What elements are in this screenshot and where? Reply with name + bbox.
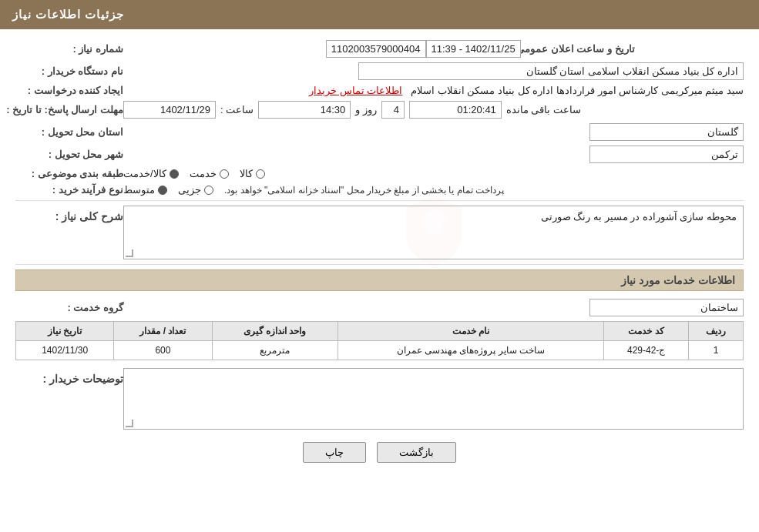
requester-row: ایجاد کننده درخواست : سید میثم میرکریمی … bbox=[15, 85, 744, 96]
page-title: جزئیات اطلاعات نیاز bbox=[12, 8, 124, 21]
resize-handle-buyer[interactable] bbox=[126, 420, 133, 427]
category-kala-label: کالا bbox=[240, 168, 253, 179]
page-wrapper: جزئیات اطلاعات نیاز شماره نیاز : 1102003… bbox=[0, 0, 759, 532]
general-description-box: ATA TENDER محوطه سازی آشوراده در مسیر به… bbox=[123, 206, 744, 259]
purchase-type-partial-radio[interactable] bbox=[204, 186, 213, 195]
province-row: استان محل تحویل : گلستان bbox=[15, 123, 744, 141]
category-option-kala[interactable]: کالا bbox=[240, 168, 265, 179]
response-deadline-row: مهلت ارسال پاسخ: تا تاریخ : 1402/11/29 س… bbox=[15, 101, 744, 119]
general-description-label: شرح کلی نیاز : bbox=[15, 206, 123, 223]
purchase-type-value-area: متوسط جزیی پرداخت تمام یا بخشی از مبلغ خ… bbox=[123, 184, 744, 196]
category-row: طبقه بندی موضوعی : کالا/خدمت خدمت کالا bbox=[15, 168, 744, 179]
general-description-value-area: ATA TENDER محوطه سازی آشوراده در مسیر به… bbox=[123, 206, 744, 259]
contact-link[interactable]: اطلاعات تماس خریدار bbox=[309, 85, 402, 96]
requester-label: ایجاد کننده درخواست : bbox=[15, 85, 123, 96]
response-time-label: ساعت : bbox=[220, 104, 254, 115]
services-table-header: ردیف کد خدمت نام خدمت واحد اندازه گیری ت… bbox=[16, 322, 744, 341]
buyer-description-box bbox=[123, 368, 744, 430]
category-khedmat-radio[interactable] bbox=[220, 169, 229, 179]
col-header-name: نام خدمت bbox=[338, 322, 604, 341]
city-value: ترکمن bbox=[589, 146, 744, 163]
category-label: طبقه بندی موضوعی : bbox=[15, 168, 123, 179]
category-kala-khedmat-radio[interactable] bbox=[170, 169, 179, 179]
table-row: 1ج-42-429ساخت سایر پروژه‌های مهندسی عمرا… bbox=[16, 341, 744, 360]
announcement-date-container: 1402/11/25 - 11:39 تاریخ و ساعت اعلان عم… bbox=[426, 40, 729, 58]
col-header-code: کد خدمت bbox=[604, 322, 689, 341]
response-days-label: روز و bbox=[355, 104, 377, 115]
col-header-unit: واحد اندازه گیری bbox=[212, 322, 338, 341]
divider-2 bbox=[15, 264, 744, 265]
watermark: ATA TENDER bbox=[399, 193, 468, 273]
buttons-row: بازگشت چاپ bbox=[15, 442, 744, 463]
print-button[interactable]: چاپ bbox=[303, 442, 366, 463]
requester-value-area: سید میثم میرکریمی کارشناس امور قراردادها… bbox=[123, 85, 744, 96]
response-deadline-label: مهلت ارسال پاسخ: تا تاریخ : bbox=[15, 104, 123, 115]
general-description-value: محوطه سازی آشوراده در مسیر به رنگ صورتی bbox=[541, 211, 737, 223]
response-deadline-value-area: 1402/11/29 ساعت : 14:30 روز و 4 01:20:41… bbox=[123, 101, 744, 119]
province-value-area: گلستان bbox=[123, 123, 744, 141]
service-group-value: ساختمان bbox=[589, 299, 744, 316]
col-header-date: تاریخ نیاز bbox=[16, 322, 114, 341]
buyer-org-value-area: اداره کل بنیاد مسکن انقلاب اسلامی استان … bbox=[123, 62, 744, 80]
buyer-description-row: توضیحات خریدار : bbox=[15, 368, 744, 430]
table-cell-4: 600 bbox=[114, 341, 212, 360]
category-option-kala-khedmat[interactable]: کالا/خدمت bbox=[123, 168, 179, 179]
purchase-type-row: نوع فرآیند خرید : متوسط جزیی پرداخت تمام… bbox=[15, 184, 744, 196]
response-date-value: 1402/11/29 bbox=[123, 101, 216, 119]
category-options: کالا/خدمت خدمت کالا bbox=[123, 168, 744, 179]
purchase-type-option-partial[interactable]: جزیی bbox=[178, 184, 213, 196]
category-option-khedmat[interactable]: خدمت bbox=[190, 168, 229, 179]
need-number-label: شماره نیاز : bbox=[15, 43, 123, 55]
services-table: ردیف کد خدمت نام خدمت واحد اندازه گیری ت… bbox=[15, 321, 744, 360]
service-group-value-area: ساختمان bbox=[123, 299, 744, 316]
purchase-type-medium-label: متوسط bbox=[123, 184, 155, 196]
purchase-type-partial-label: جزیی bbox=[178, 184, 201, 196]
city-row: شهر محل تحویل : ترکمن bbox=[15, 146, 744, 163]
purchase-type-note: پرداخت تمام یا بخشی از مبلغ خریدار محل "… bbox=[224, 185, 504, 196]
back-button[interactable]: بازگشت bbox=[377, 442, 456, 463]
svg-text:ATA: ATA bbox=[425, 233, 442, 243]
buyer-org-value: اداره کل بنیاد مسکن انقلاب اسلامی استان … bbox=[358, 62, 744, 80]
purchase-type-option-medium[interactable]: متوسط bbox=[123, 184, 167, 196]
general-description-row: شرح کلی نیاز : ATA TENDER محوطه سازی آشو… bbox=[15, 206, 744, 259]
province-value: گلستان bbox=[589, 123, 744, 141]
table-cell-0: 1 bbox=[688, 341, 743, 360]
table-cell-5: 1402/11/30 bbox=[16, 341, 114, 360]
need-number-value: 1102003579000404 bbox=[326, 40, 426, 58]
col-header-qty: تعداد / مقدار bbox=[114, 322, 212, 341]
service-group-label: گروه خدمت : bbox=[15, 302, 123, 313]
city-label: شهر محل تحویل : bbox=[15, 149, 123, 160]
category-kala-khedmat-label: کالا/خدمت bbox=[123, 168, 166, 179]
purchase-type-label: نوع فرآیند خرید : bbox=[15, 184, 123, 196]
service-group-row: گروه خدمت : ساختمان bbox=[15, 299, 744, 316]
page-header: جزئیات اطلاعات نیاز bbox=[0, 0, 759, 29]
buyer-org-row: نام دستگاه خریدار : اداره کل بنیاد مسکن … bbox=[15, 62, 744, 80]
need-number-value-area: 1102003579000404 bbox=[123, 40, 426, 58]
province-label: استان محل تحویل : bbox=[15, 126, 123, 138]
need-number-row: شماره نیاز : 1102003579000404 1402/11/25… bbox=[15, 40, 744, 58]
announcement-date-label: تاریخ و ساعت اعلان عمومی : bbox=[527, 43, 635, 55]
resize-handle-desc[interactable] bbox=[126, 249, 133, 257]
buyer-description-value-area bbox=[123, 368, 744, 430]
response-remaining-value: 01:20:41 bbox=[409, 101, 502, 119]
city-value-area: ترکمن bbox=[123, 146, 744, 163]
requester-value: سید میثم میرکریمی کارشناس امور قراردادها… bbox=[411, 85, 744, 96]
main-content: شماره نیاز : 1102003579000404 1402/11/25… bbox=[0, 29, 759, 481]
col-header-row: ردیف bbox=[688, 322, 743, 341]
response-days-value: 4 bbox=[381, 101, 405, 119]
response-time-value: 14:30 bbox=[258, 101, 351, 119]
buyer-org-label: نام دستگاه خریدار : bbox=[15, 65, 123, 77]
category-khedmat-label: خدمت bbox=[190, 168, 217, 179]
table-cell-1: ج-42-429 bbox=[604, 341, 689, 360]
divider-1 bbox=[15, 200, 744, 201]
services-section-title: اطلاعات خدمات مورد نیاز bbox=[15, 269, 744, 291]
svg-text:TENDER: TENDER bbox=[421, 246, 446, 253]
category-kala-radio[interactable] bbox=[256, 169, 265, 179]
response-remaining-label: ساعت باقی مانده bbox=[506, 104, 581, 115]
buyer-description-label: توضیحات خریدار : bbox=[15, 368, 123, 385]
announcement-date-value: 1402/11/25 - 11:39 bbox=[426, 40, 521, 58]
purchase-type-medium-radio[interactable] bbox=[158, 186, 167, 195]
table-cell-2: ساخت سایر پروژه‌های مهندسی عمران bbox=[338, 341, 604, 360]
table-cell-3: مترمربع bbox=[212, 341, 338, 360]
